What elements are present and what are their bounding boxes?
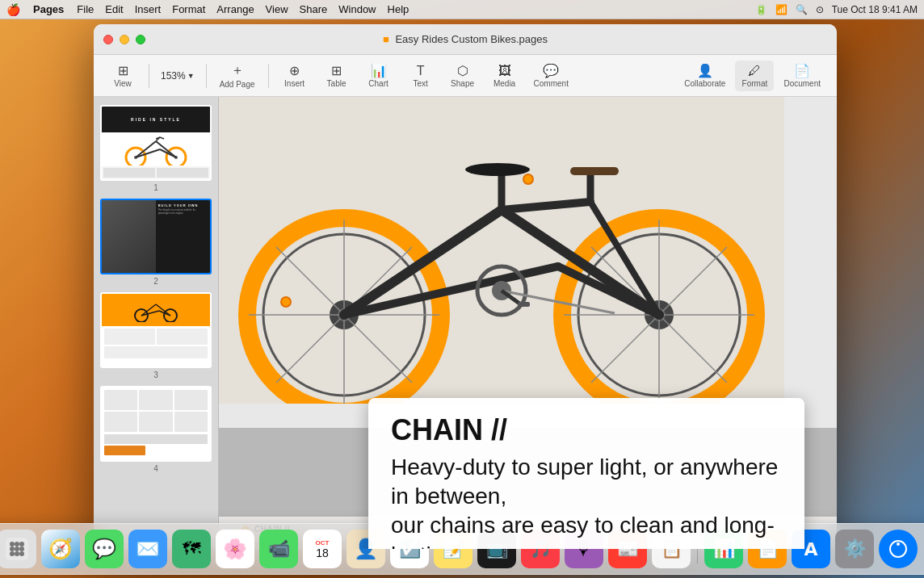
chart-icon: 📊 xyxy=(371,63,387,78)
toolbar-separator-2 xyxy=(206,64,207,88)
app-menu[interactable]: Pages xyxy=(33,3,64,15)
menu-edit[interactable]: Edit xyxy=(105,3,123,15)
page-thumbnail-3[interactable]: 3 xyxy=(99,291,213,381)
format-button[interactable]: 🖊 Format xyxy=(735,61,774,91)
svg-rect-56 xyxy=(518,302,530,307)
annotation-dot-saddle[interactable] xyxy=(523,174,534,185)
toolbar-separator xyxy=(149,64,149,88)
page-number-3: 3 xyxy=(100,371,212,379)
insert-button[interactable]: ⊕ Insert xyxy=(275,60,314,91)
titlebar: ■ Easy Rides Custom Bikes.pages xyxy=(94,24,837,55)
format-icon: 🖊 xyxy=(748,64,761,78)
shape-button[interactable]: ⬡ Shape xyxy=(443,60,482,91)
document-icon: 📄 xyxy=(794,63,810,78)
control-center-icon[interactable]: ⊙ xyxy=(816,4,824,15)
zoom-control[interactable]: 153% ▼ xyxy=(156,67,200,85)
table-button[interactable]: ⊞ Table xyxy=(317,60,356,91)
svg-line-6 xyxy=(136,149,160,157)
page-thumbnail-4[interactable]: 4 xyxy=(99,384,213,475)
shape-label: Shape xyxy=(451,79,474,88)
media-button[interactable]: 🖼 Media xyxy=(485,61,524,91)
menubar-right: 🔋 📶 🔍 ⊙ Tue Oct 18 9:41 AM xyxy=(755,4,918,15)
dock-facetime[interactable]: 📹 xyxy=(259,530,298,568)
bike-svg xyxy=(219,97,784,404)
apple-menu[interactable]: 🍎 xyxy=(6,3,20,16)
add-page-button[interactable]: ＋ Add Page xyxy=(213,59,262,92)
thumb-orange-bar xyxy=(104,446,145,455)
comment-button[interactable]: 💬 Comment xyxy=(527,60,575,91)
dock-calendar[interactable]: OCT 18 xyxy=(303,530,342,568)
tooltip-body: Heavy-duty to super light, or anywhere i… xyxy=(391,453,782,549)
minimize-button[interactable] xyxy=(120,35,129,44)
menu-arrange[interactable]: Arrange xyxy=(216,3,254,15)
svg-line-9 xyxy=(160,137,164,139)
document-canvas[interactable]: CHAIN // Heavy-duty to super light, or a… xyxy=(219,97,837,549)
view-button[interactable]: ⊞ View xyxy=(103,60,142,91)
text-icon: T xyxy=(417,64,425,78)
menu-file[interactable]: File xyxy=(77,3,94,15)
dock-mail[interactable]: ✉️ xyxy=(128,530,167,568)
doc-icon: ■ xyxy=(383,33,389,45)
thumb-card-2: BUILD YOUR OWN The bicycle is a curious … xyxy=(100,199,212,274)
thumb-card-4 xyxy=(100,386,212,462)
menu-view[interactable]: View xyxy=(266,3,288,15)
menu-format[interactable]: Format xyxy=(172,3,205,15)
dock-sysprefs[interactable]: ⚙️ xyxy=(835,530,874,568)
thumb-cell-4e xyxy=(139,412,172,432)
text-button[interactable]: T Text xyxy=(401,61,440,91)
chart-button[interactable]: 📊 Chart xyxy=(359,60,398,91)
svg-point-62 xyxy=(15,547,19,551)
maximize-button[interactable] xyxy=(136,35,145,44)
thumb-title-1: RIDE IN STYLE xyxy=(131,117,181,122)
datetime: Tue Oct 18 9:41 AM xyxy=(832,4,918,15)
view-icon: ⊞ xyxy=(118,63,128,78)
thumb-preview-1: RIDE IN STYLE xyxy=(102,107,210,179)
comment-icon: 💬 xyxy=(543,63,559,78)
thumb-row-4 xyxy=(104,434,208,444)
svg-point-67 xyxy=(885,536,911,562)
menu-share[interactable]: Share xyxy=(300,3,328,15)
thumb-cell-4c xyxy=(174,390,208,410)
dock-safari[interactable]: 🧭 xyxy=(41,530,80,568)
dock-maps[interactable]: 🗺 xyxy=(172,530,211,568)
traffic-lights xyxy=(103,35,145,44)
toolbar-separator-3 xyxy=(268,64,269,88)
svg-point-60 xyxy=(19,542,24,547)
tooltip-title: CHAIN // xyxy=(391,414,782,446)
search-icon[interactable]: 🔍 xyxy=(796,4,808,15)
pages-window: ■ Easy Rides Custom Bikes.pages ⊞ View 1… xyxy=(94,24,837,549)
collaborate-label: Collaborate xyxy=(684,79,725,88)
page-thumbnail-2[interactable]: BUILD YOUR OWN The bicycle is a curious … xyxy=(99,197,213,287)
thumb-dark-img xyxy=(102,200,156,273)
menu-help[interactable]: Help xyxy=(388,3,410,15)
tooltip-popup: CHAIN // Heavy-duty to super light, or a… xyxy=(368,398,804,549)
page-thumbnail-1[interactable]: RIDE IN STYLE xyxy=(99,103,213,194)
thumb-preview-3 xyxy=(102,294,210,366)
chevron-down-icon: ▼ xyxy=(187,72,195,80)
sysext-icon xyxy=(885,536,911,562)
thumb-text-2: BUILD YOUR OWN The bicycle is a curious … xyxy=(158,203,207,216)
insert-icon: ⊕ xyxy=(289,63,300,78)
thumb-col-1b xyxy=(157,168,208,178)
thumb-cell-4a xyxy=(104,390,137,410)
dock-sysext[interactable] xyxy=(879,530,918,568)
svg-point-59 xyxy=(15,542,19,547)
close-button[interactable] xyxy=(103,35,113,44)
thumb-bottom-3 xyxy=(102,326,210,361)
svg-point-66 xyxy=(19,551,24,556)
media-label: Media xyxy=(494,79,515,88)
dock-messages[interactable]: 💬 xyxy=(85,530,124,568)
menu-window[interactable]: Window xyxy=(338,3,376,15)
page-number-2: 2 xyxy=(100,277,212,286)
collaborate-button[interactable]: 👤 Collaborate xyxy=(678,60,732,91)
table-icon: ⊞ xyxy=(331,63,342,78)
dock-launchpad[interactable] xyxy=(0,530,36,568)
menu-insert[interactable]: Insert xyxy=(135,3,162,15)
thumb-orange-top xyxy=(102,294,210,326)
view-label: View xyxy=(114,79,132,88)
document-button[interactable]: 📄 Document xyxy=(777,60,827,91)
svg-point-65 xyxy=(15,551,19,556)
page-number-1: 1 xyxy=(100,183,212,192)
annotation-dot-chain[interactable] xyxy=(280,296,292,308)
dock-photos[interactable]: 🌸 xyxy=(216,530,254,568)
